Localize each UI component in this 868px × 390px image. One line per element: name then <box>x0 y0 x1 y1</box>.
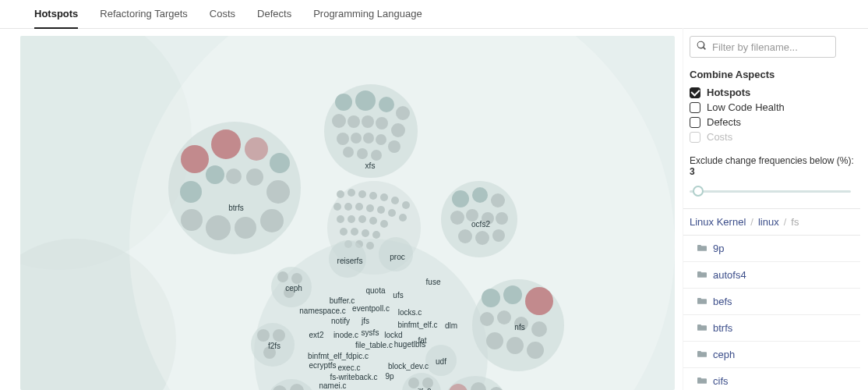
folder-icon <box>697 269 707 281</box>
folder-name: autofs4 <box>713 269 746 281</box>
folder-item[interactable]: befs <box>683 289 860 315</box>
folder-name: btrfs <box>713 322 732 334</box>
exclude-frequency-value: 3 <box>690 166 695 177</box>
checkbox-icon <box>690 132 700 143</box>
tab-hotspots[interactable]: Hotspots <box>34 8 78 29</box>
folder-list: 9pautofs4befsbtrfscephcifs <box>683 236 860 390</box>
hotspot-canvas[interactable]: xfsbtrfsocfs2reiserfsprocfusecephquotauf… <box>20 36 675 390</box>
tab-defects[interactable]: Defects <box>257 8 291 28</box>
tab-programming-language[interactable]: Programming Language <box>313 8 422 28</box>
combine-aspects-title: Combine Aspects <box>690 69 860 80</box>
aspect-low-code-health[interactable]: Low Code Health <box>690 101 860 113</box>
folder-icon <box>697 375 707 387</box>
folder-item[interactable]: 9p <box>683 236 860 262</box>
aspect-label: Costs <box>707 131 732 143</box>
breadcrumb-separator: / <box>750 216 753 228</box>
exclude-frequency-slider[interactable] <box>690 185 851 197</box>
checkbox-icon <box>690 102 700 113</box>
folder-item[interactable]: cifs <box>683 368 860 390</box>
folder-name: 9p <box>713 243 724 254</box>
aspect-label: Defects <box>707 116 741 128</box>
aspect-defects[interactable]: Defects <box>690 116 860 128</box>
exclude-frequency-label: Exclude change frequencies below (%): 3 <box>690 155 860 177</box>
filter-search[interactable] <box>690 36 836 58</box>
aspect-costs: Costs <box>690 131 860 143</box>
slider-thumb[interactable] <box>693 186 704 197</box>
aspect-hotspots[interactable]: Hotspots <box>690 87 860 98</box>
folder-icon <box>697 349 707 360</box>
folder-item[interactable]: btrfs <box>683 315 860 342</box>
folder-name: ceph <box>713 349 735 360</box>
checkbox-icon <box>690 117 700 128</box>
folder-name: befs <box>713 296 732 307</box>
folder-name: cifs <box>713 375 729 387</box>
aspect-label: Hotspots <box>707 87 750 98</box>
filter-input[interactable] <box>712 41 843 53</box>
analysis-tabs: Hotspots Refactoring Targets Costs Defec… <box>0 0 868 29</box>
folder-item[interactable]: ceph <box>683 342 860 368</box>
search-icon <box>697 41 712 53</box>
folder-icon <box>697 243 707 254</box>
combine-aspects: Hotspots Low Code Health Defects Costs <box>690 87 860 143</box>
tab-costs[interactable]: Costs <box>210 8 235 28</box>
tab-refactoring-targets[interactable]: Refactoring Targets <box>100 8 188 28</box>
aspect-label: Low Code Health <box>707 101 785 113</box>
breadcrumb-link[interactable]: Linux Kernel <box>690 216 746 228</box>
folder-icon <box>697 296 707 307</box>
breadcrumb-link[interactable]: linux <box>758 216 779 228</box>
sidebar: Combine Aspects Hotspots Low Code Health… <box>683 28 868 390</box>
folder-icon <box>697 322 707 334</box>
breadcrumb-current: fs <box>791 216 799 228</box>
breadcrumb-separator: / <box>784 216 787 228</box>
folder-item[interactable]: autofs4 <box>683 262 860 289</box>
checkbox-icon <box>690 87 700 98</box>
breadcrumb: Linux Kernel / linux / fs <box>683 208 860 236</box>
